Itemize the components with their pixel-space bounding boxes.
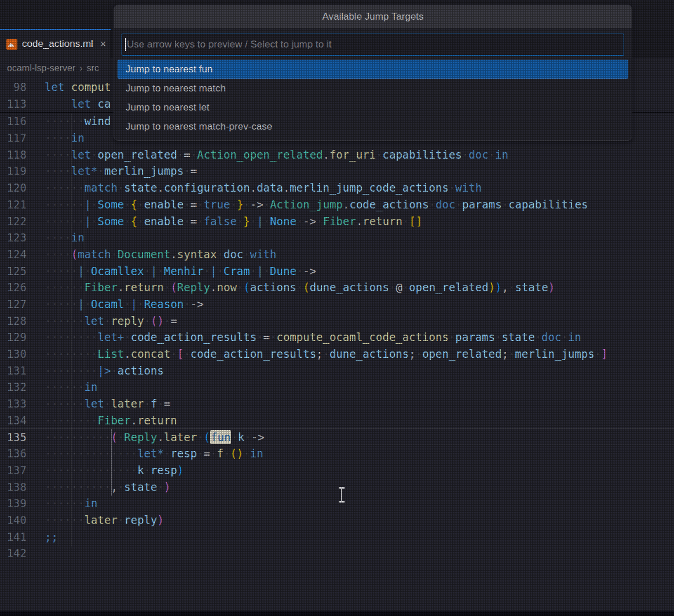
code-token: let+: [98, 331, 124, 343]
code-token: .: [170, 248, 177, 261]
code-token: Action_open_related: [197, 148, 323, 161]
code-token: (: [204, 431, 210, 443]
line-number[interactable]: 137: [0, 462, 27, 479]
code-token: in: [250, 447, 263, 460]
code-line: 120······match·state.configuration.data.…: [0, 179, 674, 196]
code-token: ->: [191, 298, 204, 310]
code-token: ······: [45, 397, 85, 410]
line-number[interactable]: 119: [0, 163, 27, 179]
code-token: let*: [71, 164, 98, 177]
code-token: ······: [45, 514, 85, 526]
tab-code-actions[interactable]: code_actions.ml ×: [0, 30, 111, 58]
code-token: ·: [243, 248, 250, 261]
breadcrumb-item-ocaml-lsp-server[interactable]: ocaml-lsp-server: [7, 63, 75, 74]
line-number[interactable]: 141: [0, 529, 27, 545]
code-token: ······: [45, 497, 85, 509]
code-token: Menhir: [164, 265, 204, 277]
code-token: compute_ocaml_code_actions: [276, 331, 448, 343]
code-token: .: [118, 281, 124, 294]
code-token: ·: [224, 447, 230, 460]
code-token: ·: [263, 215, 270, 228]
line-number[interactable]: 134: [0, 412, 27, 429]
code-text: ······wind: [27, 113, 111, 130]
line-number[interactable]: 116: [0, 113, 27, 130]
code-token: enable: [144, 198, 184, 211]
indent-guide: [85, 180, 85, 530]
line-number[interactable]: 130: [0, 346, 27, 362]
code-token: k: [137, 464, 144, 476]
code-line: 128······let·reply·()·=: [0, 313, 674, 329]
code-line: 122······|·Some·{·enable·=·false·}·|·Non…: [0, 213, 674, 230]
code-token: ··········: [45, 431, 111, 443]
code-token: ······: [45, 380, 85, 393]
code-text: ····let*·merlin_jumps·=: [27, 163, 197, 179]
quick-pick-input[interactable]: [122, 34, 624, 56]
line-number[interactable]: 118: [0, 146, 27, 163]
line-number[interactable]: 125: [0, 263, 27, 280]
code-token: data: [257, 181, 283, 194]
quickpick-item[interactable]: Jump to nearest fun: [118, 60, 628, 79]
code-token: return: [137, 414, 177, 427]
code-token: ·: [184, 347, 190, 360]
line-number[interactable]: 121: [0, 196, 27, 213]
code-token: k: [238, 431, 244, 443]
quickpick-item[interactable]: Jump to nearest match: [118, 79, 628, 98]
close-icon[interactable]: ×: [100, 39, 107, 49]
line-number[interactable]: 133: [0, 395, 27, 412]
line-number[interactable]: 142: [0, 545, 27, 562]
breadcrumb-item-src[interactable]: src: [87, 63, 99, 74]
code-token: ,: [502, 281, 508, 294]
quick-pick-dialog: Available Jump Targets Jump to nearest f…: [113, 5, 632, 141]
line-number[interactable]: 135: [0, 429, 27, 445]
code-line: 138··········,·state·): [0, 479, 674, 496]
line-number[interactable]: 120: [0, 179, 27, 196]
code-line: 136··············let*·resp·=·f·()·in: [0, 445, 674, 462]
line-number[interactable]: 126: [0, 279, 27, 296]
line-number[interactable]: 117: [0, 130, 27, 146]
code-text: ··············k·resp): [27, 462, 184, 479]
code-token: ·: [389, 281, 395, 294]
code-token: |: [151, 265, 157, 277]
code-token: ·: [137, 215, 144, 228]
line-number[interactable]: 124: [0, 246, 27, 263]
code-token: =: [263, 331, 270, 343]
code-token: ······: [45, 115, 85, 127]
code-token: in: [85, 380, 98, 393]
code-token: }: [243, 215, 250, 228]
editor-pane[interactable]: 98let comput113 let ca 116······wind117·…: [0, 79, 674, 611]
code-token: syntax: [177, 248, 217, 261]
code-token: ->: [251, 431, 265, 443]
code-text: [27, 545, 45, 562]
code-text: ······|·Some·{·enable·=·false·}·|·None·-…: [27, 213, 422, 230]
line-number[interactable]: 123: [0, 229, 27, 246]
code-token: ·: [508, 281, 515, 294]
line-number[interactable]: 138: [0, 479, 27, 496]
line-number[interactable]: 131: [0, 362, 27, 379]
line-number[interactable]: 127: [0, 296, 27, 313]
code-token: ·: [449, 331, 455, 343]
code-token: Some: [98, 215, 124, 228]
code-token: ··········: [45, 481, 111, 493]
quickpick-item[interactable]: Jump to nearest let: [118, 98, 628, 117]
code-token: [91, 97, 97, 110]
line-number[interactable]: 128: [0, 313, 27, 329]
vscode-window: code_actions.ml × ocaml-lsp-server › src…: [0, 0, 674, 616]
line-number[interactable]: 122: [0, 213, 27, 230]
code-token: =: [170, 314, 177, 327]
code-token: .: [283, 181, 290, 194]
line-number[interactable]: 98: [0, 79, 27, 96]
line-number[interactable]: 136: [0, 445, 27, 462]
line-number[interactable]: 132: [0, 379, 27, 395]
line-number[interactable]: 129: [0, 329, 27, 346]
code-token: Cram: [224, 265, 250, 277]
quickpick-item[interactable]: Jump to nearest match-prev-case: [118, 117, 628, 136]
code-token: ·: [502, 198, 508, 211]
code-line: 132······in: [0, 379, 674, 395]
code-token: ): [157, 514, 164, 526]
line-number[interactable]: 113: [0, 96, 27, 112]
line-number[interactable]: 140: [0, 512, 27, 529]
code-token: ;;: [45, 530, 58, 543]
code-token: (: [170, 281, 177, 294]
line-number[interactable]: 139: [0, 495, 27, 512]
indent-guide: [58, 113, 58, 547]
